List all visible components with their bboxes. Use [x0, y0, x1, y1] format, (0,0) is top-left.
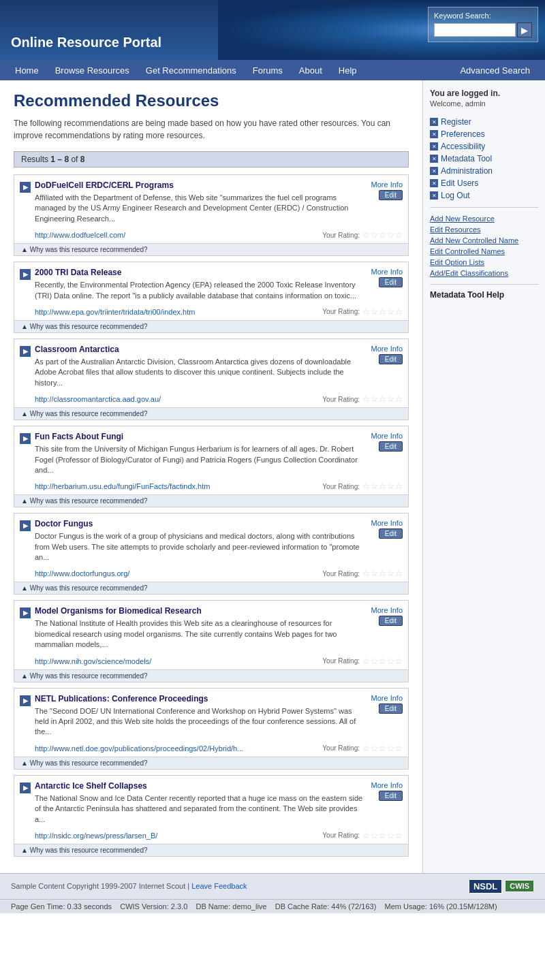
leave-feedback-link[interactable]: Leave Feedback: [191, 882, 247, 890]
star-2[interactable]: ☆: [371, 231, 378, 239]
star-4[interactable]: ☆: [387, 569, 394, 578]
star-1[interactable]: ☆: [362, 395, 370, 403]
keyword-search-input[interactable]: [434, 23, 516, 37]
star-4[interactable]: ☆: [387, 308, 394, 316]
sidebar-admin-edit-controlled-names[interactable]: Edit Controlled Names: [430, 246, 538, 257]
edit-button[interactable]: Edit: [379, 190, 403, 200]
sidebar-item-register[interactable]: ✕ Register: [430, 116, 538, 128]
nav-item-forums[interactable]: Forums: [245, 61, 291, 80]
more-info-link[interactable]: More Info: [371, 781, 403, 789]
star-rating[interactable]: ☆☆☆☆☆: [362, 569, 403, 578]
why-recommended-bar[interactable]: Why was this resource recommended?: [14, 320, 408, 332]
star-2[interactable]: ☆: [371, 395, 378, 403]
why-recommended-bar[interactable]: Why was this resource recommended?: [14, 844, 408, 856]
star-5[interactable]: ☆: [395, 308, 403, 316]
star-2[interactable]: ☆: [371, 308, 378, 316]
star-5[interactable]: ☆: [395, 395, 403, 403]
why-recommended-bar[interactable]: Why was this resource recommended?: [14, 407, 408, 420]
star-3[interactable]: ☆: [379, 657, 386, 665]
star-1[interactable]: ☆: [362, 744, 370, 753]
star-1[interactable]: ☆: [362, 482, 370, 490]
nav-item-home[interactable]: Home: [7, 61, 47, 80]
resource-url[interactable]: http://nsidc.org/news/press/larsen_B/: [35, 832, 157, 840]
star-rating[interactable]: ☆☆☆☆☆: [362, 744, 403, 753]
resource-url[interactable]: http://www.doctorfungus.org/: [35, 569, 129, 578]
star-2[interactable]: ☆: [371, 832, 378, 840]
star-4[interactable]: ☆: [387, 744, 394, 753]
resource-url[interactable]: http://www.dodfuelcell.com/: [35, 231, 125, 239]
edit-button[interactable]: Edit: [379, 616, 403, 626]
star-1[interactable]: ☆: [362, 308, 370, 316]
sidebar-admin-edit-classifications[interactable]: Add/Edit Classifications: [430, 268, 538, 279]
star-rating[interactable]: ☆☆☆☆☆: [362, 308, 403, 316]
star-4[interactable]: ☆: [387, 395, 394, 403]
star-5[interactable]: ☆: [395, 231, 403, 239]
star-3[interactable]: ☆: [379, 482, 386, 490]
star-2[interactable]: ☆: [371, 744, 378, 753]
why-recommended-bar[interactable]: Why was this resource recommended?: [14, 243, 408, 255]
more-info-link[interactable]: More Info: [371, 268, 403, 276]
sidebar-item-accessibility[interactable]: ✕ Accessibility: [430, 140, 538, 153]
more-info-link[interactable]: More Info: [371, 345, 403, 353]
more-info-link[interactable]: More Info: [371, 519, 403, 527]
star-4[interactable]: ☆: [387, 482, 394, 490]
star-5[interactable]: ☆: [395, 569, 403, 578]
star-rating[interactable]: ☆☆☆☆☆: [362, 231, 403, 239]
sidebar-admin-edit-option-lists[interactable]: Edit Option Lists: [430, 257, 538, 268]
resource-url[interactable]: http://www.nih.gov/science/models/: [35, 657, 151, 665]
star-3[interactable]: ☆: [379, 569, 386, 578]
resource-url[interactable]: http://herbarium.usu.edu/fungi/FunFacts/…: [35, 482, 210, 490]
star-3[interactable]: ☆: [379, 308, 386, 316]
star-4[interactable]: ☆: [387, 832, 394, 840]
keyword-search-button[interactable]: ▶: [517, 22, 532, 37]
star-5[interactable]: ☆: [395, 657, 403, 665]
star-4[interactable]: ☆: [387, 231, 394, 239]
star-rating[interactable]: ☆☆☆☆☆: [362, 482, 403, 490]
sidebar-item-metadata-tool[interactable]: ✕ Metadata Tool: [430, 153, 538, 165]
sidebar-item-logout[interactable]: ✕ Log Out: [430, 189, 538, 202]
star-5[interactable]: ☆: [395, 832, 403, 840]
resource-url[interactable]: http://www.netl.doe.gov/publications/pro…: [35, 744, 243, 753]
star-3[interactable]: ☆: [379, 744, 386, 753]
star-3[interactable]: ☆: [379, 395, 386, 403]
star-5[interactable]: ☆: [395, 744, 403, 753]
star-2[interactable]: ☆: [371, 657, 378, 665]
more-info-link[interactable]: More Info: [371, 180, 403, 189]
star-1[interactable]: ☆: [362, 231, 370, 239]
star-rating[interactable]: ☆☆☆☆☆: [362, 395, 403, 403]
edit-button[interactable]: Edit: [379, 528, 403, 539]
edit-button[interactable]: Edit: [379, 704, 403, 714]
edit-button[interactable]: Edit: [379, 441, 403, 452]
resource-url[interactable]: http://classroomantarctica.aad.gov.au/: [35, 395, 161, 403]
star-4[interactable]: ☆: [387, 657, 394, 665]
sidebar-item-edit-users[interactable]: ✕ Edit Users: [430, 177, 538, 189]
star-1[interactable]: ☆: [362, 657, 370, 665]
why-recommended-bar[interactable]: Why was this resource recommended?: [14, 582, 408, 594]
star-rating[interactable]: ☆☆☆☆☆: [362, 657, 403, 665]
more-info-link[interactable]: More Info: [371, 694, 403, 702]
sidebar-admin-edit-resources[interactable]: Edit Resources: [430, 224, 538, 235]
star-1[interactable]: ☆: [362, 569, 370, 578]
sidebar-item-preferences[interactable]: ✕ Preferences: [430, 128, 538, 140]
more-info-link[interactable]: More Info: [371, 432, 403, 440]
star-rating[interactable]: ☆☆☆☆☆: [362, 832, 403, 840]
nav-item-advanced-search[interactable]: Advanced Search: [452, 61, 538, 80]
nav-item-about[interactable]: About: [291, 61, 330, 80]
sidebar-admin-add-new-resource[interactable]: Add New Resource: [430, 213, 538, 224]
nav-item-browse[interactable]: Browse Resources: [47, 61, 138, 80]
star-5[interactable]: ☆: [395, 482, 403, 490]
nav-item-recommendations[interactable]: Get Recommendations: [138, 61, 245, 80]
more-info-link[interactable]: More Info: [371, 606, 403, 614]
edit-button[interactable]: Edit: [379, 791, 403, 801]
nav-item-help[interactable]: Help: [330, 61, 365, 80]
star-2[interactable]: ☆: [371, 569, 378, 578]
sidebar-admin-add-controlled-name[interactable]: Add New Controlled Name: [430, 235, 538, 246]
star-1[interactable]: ☆: [362, 832, 370, 840]
why-recommended-bar[interactable]: Why was this resource recommended?: [14, 494, 408, 507]
why-recommended-bar[interactable]: Why was this resource recommended?: [14, 757, 408, 769]
resource-url[interactable]: http://www.epa.gov/triinter/tridata/tri0…: [35, 308, 195, 316]
star-2[interactable]: ☆: [371, 482, 378, 490]
edit-button[interactable]: Edit: [379, 354, 403, 364]
star-3[interactable]: ☆: [379, 832, 386, 840]
sidebar-item-administration[interactable]: ✕ Administration: [430, 165, 538, 177]
